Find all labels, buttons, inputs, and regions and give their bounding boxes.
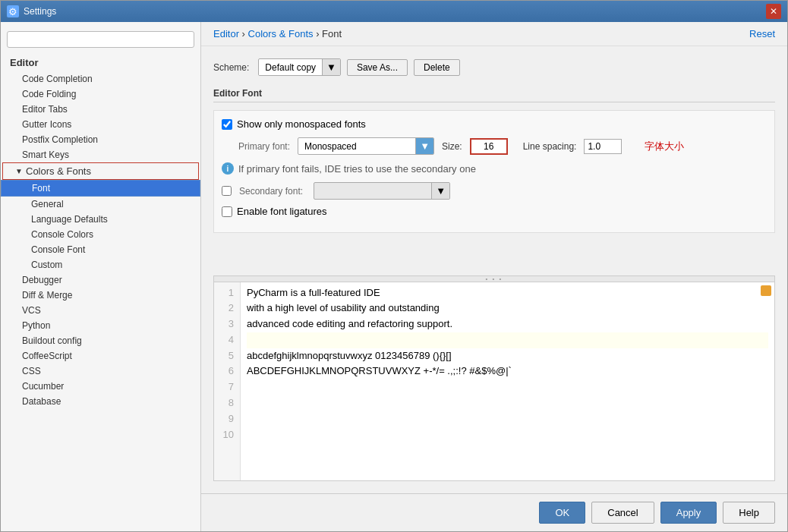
secondary-font-row: Secondary font: ▼ [222,182,767,200]
primary-font-row: Primary font: Monospaced ▼ Size: 16 Line… [222,137,767,155]
sidebar-item-debugger[interactable]: Debugger [1,272,200,288]
sidebar-item-coffeescript[interactable]: CoffeeScript [1,348,200,364]
scheme-dropdown-icon[interactable]: ▼ [322,59,340,75]
secondary-font-select[interactable]: ▼ [314,182,450,200]
info-icon: i [222,162,234,175]
sidebar-item-language-defaults[interactable]: Language Defaults [1,212,200,227]
main-content: Editor Code Completion Code Folding Edit… [1,22,787,531]
size-input[interactable]: 16 [470,138,508,155]
scheme-row: Scheme: Default copy ▼ Save As... Delete [213,58,775,76]
code-line-9 [247,411,768,427]
primary-font-value: Monospaced [298,139,415,154]
breadcrumb-sep1: › [242,28,248,39]
code-line-8 [247,395,768,411]
search-input[interactable] [7,31,194,48]
primary-font-select[interactable]: Monospaced ▼ [298,137,434,155]
code-line-6: ABCDEFGHIJKLMNOPQRSTUVWXYZ +-*/= .,;:!? … [247,364,768,379]
reset-link[interactable]: Reset [749,28,775,39]
sidebar-item-console-font[interactable]: Console Font [1,242,200,257]
scheme-value: Default copy [259,60,322,75]
help-button[interactable]: Help [723,502,775,524]
sidebar-item-console-colors[interactable]: Console Colors [1,227,200,242]
close-button[interactable]: ✕ [766,4,781,19]
app-icon: ⚙ [7,5,19,17]
save-as-button[interactable]: Save As... [347,59,408,76]
breadcrumb-colors-fonts: Colors & Fonts [248,28,314,39]
line-spacing-label: Line spacing: [523,141,577,152]
sidebar: Editor Code Completion Code Folding Edit… [1,22,201,531]
code-line-4 [247,332,768,348]
preview-area: • • • 1 2 3 4 5 6 7 8 9 10 [213,275,775,482]
info-row: i If primary font fails, IDE tries to us… [222,162,767,175]
sidebar-item-postfix-completion[interactable]: Postfix Completion [1,132,200,147]
panel-content: Scheme: Default copy ▼ Save As... Delete… [201,46,787,275]
code-line-3: advanced code editing and refactoring su… [247,316,768,332]
sidebar-item-python[interactable]: Python [1,318,200,333]
font-options: Show only monospaced fonts Primary font:… [213,110,775,233]
sidebar-item-buildout-config[interactable]: Buildout config [1,333,200,348]
sidebar-item-code-completion[interactable]: Code Completion [1,71,200,87]
right-panel: Editor › Colors & Fonts › Font Reset Sch… [201,22,787,531]
cancel-button[interactable]: Cancel [591,502,654,524]
preview-drag-handle[interactable]: • • • [214,276,774,282]
code-line-2: with a high level of usability and outst… [247,301,768,316]
info-text: If primary font fails, IDE tries to use … [238,163,476,175]
colors-fonts-label: Colors & Fonts [26,165,91,177]
settings-window: ⚙ Settings ✕ Editor Code Completion Code… [0,0,788,532]
sidebar-item-vcs[interactable]: VCS [1,303,200,318]
sidebar-item-gutter-icons[interactable]: Gutter Icons [1,117,200,132]
sidebar-item-smart-keys[interactable]: Smart Keys [1,147,200,162]
ligatures-checkbox[interactable] [222,206,232,217]
code-line-5: abcdefghijklmnopqrstuvwxyz 0123456789 ()… [247,348,768,364]
preview-content: 1 2 3 4 5 6 7 8 9 10 PyCharm is a full-f… [214,282,774,481]
sidebar-item-colors-and-fonts[interactable]: ▼ Colors & Fonts [2,162,199,180]
line-numbers: 1 2 3 4 5 6 7 8 9 10 [214,282,241,481]
scheme-select[interactable]: Default copy ▼ [258,58,341,76]
ok-button[interactable]: OK [539,502,585,524]
monospaced-row: Show only monospaced fonts [222,118,767,130]
code-preview: PyCharm is a full-featured IDE with a hi… [241,282,774,481]
ligatures-label[interactable]: Enable font ligatures [237,206,327,217]
sidebar-item-editor-tabs[interactable]: Editor Tabs [1,102,200,117]
sidebar-item-code-folding[interactable]: Code Folding [1,87,200,102]
breadcrumb-sep2: › [316,28,322,39]
sidebar-item-css[interactable]: CSS [1,364,200,379]
sidebar-item-cucumber[interactable]: Cucumber [1,379,200,394]
scheme-label: Scheme: [213,62,249,73]
footer: OK Cancel Apply Help [201,493,787,531]
sidebar-item-diff-merge[interactable]: Diff & Merge [1,288,200,303]
code-line-7 [247,379,768,395]
apply-button[interactable]: Apply [660,502,717,524]
secondary-checkbox[interactable] [222,186,232,196]
breadcrumb: Editor › Colors & Fonts › Font [213,28,342,39]
primary-font-label: Primary font: [222,141,290,152]
drag-dots: • • • [486,275,503,282]
window-title: Settings [24,6,761,17]
ligatures-row: Enable font ligatures [222,206,767,217]
secondary-font-label[interactable]: Secondary font: [239,186,303,197]
secondary-font-value [314,189,431,194]
monospaced-label[interactable]: Show only monospaced fonts [237,118,366,130]
breadcrumb-font: Font [322,28,342,39]
titlebar: ⚙ Settings ✕ [1,1,787,22]
code-line-1: PyCharm is a full-featured IDE [247,285,768,301]
secondary-font-dropdown-icon[interactable]: ▼ [431,183,449,199]
sidebar-item-font[interactable]: Font [1,180,200,197]
orange-dot [761,285,771,296]
sidebar-section-editor: Editor [1,54,200,71]
primary-font-dropdown-icon[interactable]: ▼ [415,138,433,154]
sidebar-item-database[interactable]: Database [1,394,200,409]
delete-button[interactable]: Delete [414,59,460,76]
breadcrumb-editor: Editor [213,28,239,39]
editor-font-section-title: Editor Font [213,88,775,102]
expand-arrow-icon: ▼ [15,167,24,175]
line-spacing-input[interactable]: 1.0 [584,139,622,154]
breadcrumb-bar: Editor › Colors & Fonts › Font Reset [201,22,787,46]
sidebar-item-general[interactable]: General [1,197,200,212]
search-box[interactable] [7,31,194,48]
chinese-annotation: 字体大小 [645,140,684,153]
sidebar-item-custom[interactable]: Custom [1,257,200,272]
size-label: Size: [442,141,462,152]
code-line-10 [247,427,768,443]
monospaced-checkbox[interactable] [222,119,232,130]
